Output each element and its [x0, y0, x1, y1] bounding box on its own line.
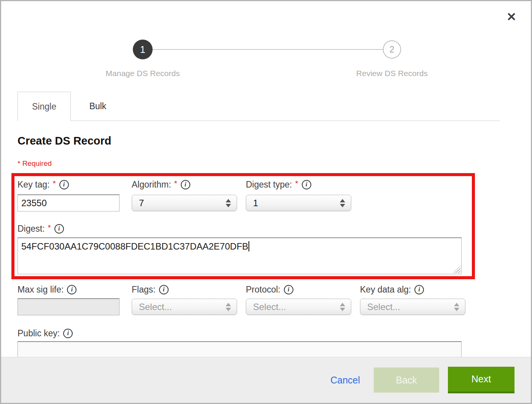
algorithm-select[interactable]: 7 — [132, 195, 237, 211]
protocol-selected-value: Select... — [253, 302, 286, 312]
max-sig-life-label: Max sig life: i — [18, 284, 76, 295]
stepper-step-2-number: 2 — [390, 45, 395, 55]
digest-info-icon[interactable]: i — [54, 224, 64, 234]
tabs-bottom-rule — [71, 121, 500, 121]
digest-type-info-icon[interactable]: i — [302, 180, 311, 189]
key-data-alg-info-icon[interactable]: i — [414, 285, 424, 294]
algorithm-label-text: Algorithm: — [132, 180, 171, 190]
flags-label: Flags: i — [132, 284, 169, 295]
next-button[interactable]: Next — [448, 367, 514, 393]
digest-required-asterisk: * — [48, 223, 51, 232]
digest-type-required-asterisk: * — [295, 179, 298, 188]
max-sig-life-label-text: Max sig life: — [18, 285, 64, 295]
digest-type-select[interactable]: 1 — [246, 195, 351, 211]
digest-value: 54FCF030AA1C79C0088FDEC1BD1C37DAA2E70DFB — [21, 241, 248, 251]
public-key-info-icon[interactable]: i — [63, 329, 73, 338]
required-note: * Required — [18, 159, 52, 168]
digest-label: Digest: * i — [18, 223, 64, 234]
protocol-select[interactable]: Select... — [246, 299, 351, 315]
tab-bulk[interactable]: Bulk — [71, 92, 124, 121]
create-ds-record-modal: ✕ 1 2 Manage DS Records Review DS Record… — [0, 0, 532, 404]
back-button[interactable]: Back — [374, 367, 439, 393]
select-arrows-icon — [454, 303, 459, 311]
key-data-alg-label-text: Key data alg: — [360, 285, 411, 295]
select-arrows-icon — [340, 303, 345, 311]
tab-single[interactable]: Single — [18, 92, 71, 121]
select-arrows-icon — [226, 303, 231, 311]
resize-grip-icon[interactable] — [453, 266, 460, 273]
flags-select[interactable]: Select... — [132, 299, 237, 315]
page-title: Create DS Record — [18, 135, 111, 147]
key-tag-required-asterisk: * — [53, 179, 56, 188]
cancel-link[interactable]: Cancel — [330, 375, 360, 386]
public-key-label: Public key: i — [18, 328, 73, 339]
protocol-label-text: Protocol: — [246, 285, 280, 295]
key-tag-info-icon[interactable]: i — [59, 180, 69, 189]
digest-label-text: Digest: — [18, 224, 45, 234]
text-cursor — [248, 241, 249, 251]
close-icon[interactable]: ✕ — [507, 11, 516, 23]
digest-type-label: Digest type: * i — [246, 179, 311, 190]
digest-type-selected-value: 1 — [253, 198, 258, 208]
flags-selected-value: Select... — [139, 302, 172, 312]
stepper-connector-line — [143, 49, 392, 50]
key-data-alg-label: Key data alg: i — [360, 284, 424, 295]
key-tag-input[interactable]: 23550 — [18, 194, 119, 212]
flags-label-text: Flags: — [132, 285, 156, 295]
algorithm-selected-value: 7 — [139, 198, 144, 208]
key-tag-value: 23550 — [21, 198, 47, 208]
algorithm-label: Algorithm: * i — [132, 179, 190, 190]
flags-info-icon[interactable]: i — [159, 285, 169, 294]
digest-textarea[interactable]: 54FCF030AA1C79C0088FDEC1BD1C37DAA2E70DFB — [18, 237, 462, 274]
algorithm-info-icon[interactable]: i — [181, 180, 190, 189]
algorithm-required-asterisk: * — [174, 179, 177, 188]
public-key-label-text: Public key: — [18, 328, 60, 339]
key-tag-label-text: Key tag: — [18, 180, 49, 190]
max-sig-life-info-icon[interactable]: i — [67, 285, 76, 294]
key-data-alg-selected-value: Select... — [367, 302, 400, 312]
select-arrows-icon — [226, 199, 231, 207]
stepper-step-2-label: Review DS Records — [331, 69, 453, 78]
max-sig-life-input[interactable] — [18, 298, 119, 315]
stepper-step-1-label: Manage DS Records — [82, 69, 204, 78]
select-arrows-icon — [340, 199, 345, 207]
stepper-step-1-circle: 1 — [133, 40, 153, 59]
key-data-alg-select[interactable]: Select... — [360, 299, 465, 315]
key-tag-label: Key tag: * i — [18, 179, 69, 190]
stepper-step-1-number: 1 — [140, 44, 145, 55]
modal-footer: Cancel Back Next — [1, 357, 531, 403]
digest-type-label-text: Digest type: — [246, 180, 292, 190]
protocol-info-icon[interactable]: i — [284, 285, 293, 294]
protocol-label: Protocol: i — [246, 284, 293, 295]
stepper-step-2-circle: 2 — [383, 40, 401, 59]
